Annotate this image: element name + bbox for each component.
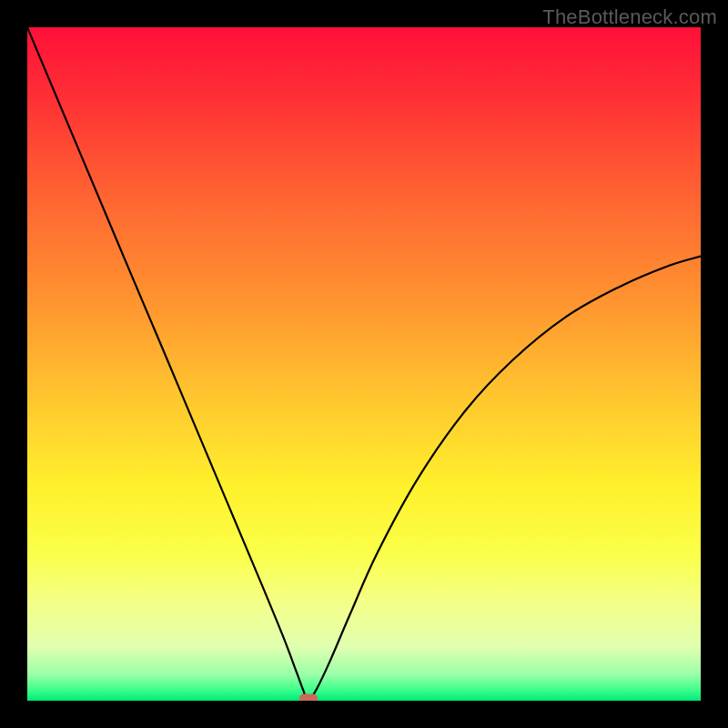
watermark-text: TheBottleneck.com xyxy=(542,5,717,29)
bottleneck-curve xyxy=(27,27,701,701)
plot-area xyxy=(27,27,701,701)
minimum-marker xyxy=(299,693,318,701)
